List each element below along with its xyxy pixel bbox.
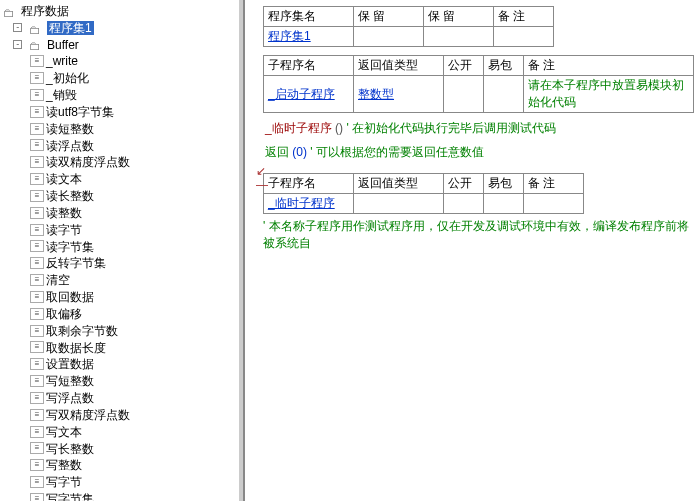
cell-res1[interactable] bbox=[354, 27, 424, 47]
cell-ret[interactable]: 整数型 bbox=[358, 87, 394, 101]
cell-sub2ret[interactable] bbox=[354, 194, 444, 214]
programset-table: 程序集名 保 留 保 留 备 注 程序集1 bbox=[263, 6, 554, 47]
code-line-1: _临时子程序 () ' 在初始化代码执行完毕后调用测试代码 bbox=[265, 119, 694, 137]
cell-sub2note[interactable] bbox=[524, 194, 584, 214]
th-pkg: 易包 bbox=[484, 56, 524, 76]
method-icon bbox=[30, 240, 44, 252]
th-pub: 公开 bbox=[444, 56, 484, 76]
th-sub2pkg: 易包 bbox=[484, 174, 524, 194]
sub-quote: ' 在初始化代码执行完毕后调用测试代码 bbox=[346, 121, 556, 135]
tree-method[interactable]: 清空 bbox=[46, 273, 70, 287]
tree-method[interactable]: 读字节集 bbox=[46, 239, 94, 253]
table-row[interactable]: 程序集1 bbox=[264, 27, 554, 47]
method-icon bbox=[30, 89, 44, 101]
tree-method[interactable]: _销毁 bbox=[46, 88, 77, 102]
tree-method[interactable]: 写字节集 bbox=[46, 492, 94, 501]
tree-method[interactable]: 取回数据 bbox=[46, 290, 94, 304]
th-subname: 子程序名 bbox=[264, 56, 354, 76]
subroutine-table-2: 子程序名 返回值类型 公开 易包 备 注 _临时子程序 bbox=[263, 173, 584, 214]
cell-sub2name[interactable]: _临时子程序 bbox=[268, 196, 335, 210]
method-icon bbox=[30, 409, 44, 421]
code-panel: 程序集名 保 留 保 留 备 注 程序集1 子程序名 返回值类型 公开 易包 备… bbox=[245, 0, 694, 501]
cell-sub2pub[interactable] bbox=[444, 194, 484, 214]
root-label[interactable]: 程序数据 bbox=[21, 4, 69, 18]
table-row[interactable]: _临时子程序 bbox=[264, 194, 584, 214]
sub-parens: () bbox=[335, 121, 343, 135]
tree-panel: 程序数据 - 程序集1 - Buffer _write_初始化_销毁读utf8字… bbox=[0, 0, 245, 501]
tree-method[interactable]: 写长整数 bbox=[46, 441, 94, 455]
method-icon bbox=[30, 207, 44, 219]
method-icon bbox=[30, 139, 44, 151]
tree-method[interactable]: 取剩余字节数 bbox=[46, 324, 118, 338]
th-sub2name: 子程序名 bbox=[264, 174, 354, 194]
method-icon bbox=[30, 224, 44, 236]
root-folder-icon bbox=[2, 5, 16, 17]
table-row[interactable]: _启动子程序 整数型 请在本子程序中放置易模块初始化代码 bbox=[264, 76, 694, 113]
tree-method[interactable]: 取偏移 bbox=[46, 307, 82, 321]
expand-programset[interactable]: - bbox=[13, 23, 22, 32]
method-icon bbox=[30, 190, 44, 202]
cell-pkg[interactable] bbox=[484, 76, 524, 113]
th-sub2ret: 返回值类型 bbox=[354, 174, 444, 194]
th-psname: 程序集名 bbox=[264, 7, 354, 27]
tree-method[interactable]: 读浮点数 bbox=[46, 138, 94, 152]
method-icon bbox=[30, 274, 44, 286]
tree-programset1[interactable]: 程序集1 bbox=[47, 21, 94, 35]
method-icon bbox=[30, 442, 44, 454]
method-icon bbox=[30, 156, 44, 168]
th-ret: 返回值类型 bbox=[354, 56, 444, 76]
tree-method[interactable]: 取数据长度 bbox=[46, 340, 106, 354]
th-sub2pub: 公开 bbox=[444, 174, 484, 194]
expand-buffer[interactable]: - bbox=[13, 40, 22, 49]
method-icon bbox=[30, 459, 44, 471]
cell-psname[interactable]: 程序集1 bbox=[268, 29, 311, 43]
tree-method[interactable]: 设置数据 bbox=[46, 357, 94, 371]
cell-note2[interactable]: 请在本子程序中放置易模块初始化代码 bbox=[524, 76, 694, 113]
method-icon bbox=[30, 426, 44, 438]
method-icon bbox=[30, 106, 44, 118]
method-icon bbox=[30, 55, 44, 67]
tree-method[interactable]: 读短整数 bbox=[46, 122, 94, 136]
return-kw: 返回 bbox=[265, 145, 289, 159]
subroutine-table-1: 子程序名 返回值类型 公开 易包 备 注 _启动子程序 整数型 请在本子程序中放… bbox=[263, 55, 694, 113]
tree-method[interactable]: 读字节 bbox=[46, 223, 82, 237]
tree-method[interactable]: 写整数 bbox=[46, 458, 82, 472]
method-icon bbox=[30, 392, 44, 404]
cell-subname[interactable]: _启动子程序 bbox=[268, 87, 335, 101]
method-icon bbox=[30, 358, 44, 370]
tree-method[interactable]: 写短整数 bbox=[46, 374, 94, 388]
return-val: (0) bbox=[292, 145, 307, 159]
return-note: ' 可以根据您的需要返回任意数值 bbox=[310, 145, 484, 159]
marker-icon: ↙ — bbox=[256, 164, 280, 176]
programset-folder-icon bbox=[28, 22, 42, 34]
buffer-folder-icon bbox=[28, 38, 42, 50]
tree-method[interactable]: 写文本 bbox=[46, 425, 82, 439]
method-icon bbox=[30, 476, 44, 488]
tree-buffer[interactable]: Buffer bbox=[47, 37, 79, 51]
th-note1: 备 注 bbox=[494, 7, 554, 27]
th-res2: 保 留 bbox=[424, 7, 494, 27]
method-icon bbox=[30, 123, 44, 135]
tree-method[interactable]: 读长整数 bbox=[46, 189, 94, 203]
th-note2: 备 注 bbox=[524, 56, 694, 76]
tree-method[interactable]: 写浮点数 bbox=[46, 391, 94, 405]
cell-res2[interactable] bbox=[424, 27, 494, 47]
tree-method[interactable]: 写双精度浮点数 bbox=[46, 408, 130, 422]
method-icon bbox=[30, 173, 44, 185]
tree-method[interactable]: 写字节 bbox=[46, 475, 82, 489]
sub-title: _临时子程序 bbox=[265, 121, 332, 135]
th-res1: 保 留 bbox=[354, 7, 424, 27]
code-line-2: 返回 (0) ' 可以根据您的需要返回任意数值 bbox=[265, 143, 694, 161]
th-sub2note: 备 注 bbox=[524, 174, 584, 194]
cell-note1[interactable] bbox=[494, 27, 554, 47]
tree-method[interactable]: 读双精度浮点数 bbox=[46, 155, 130, 169]
tree-method[interactable]: 反转字节集 bbox=[46, 256, 106, 270]
tree-method[interactable]: _write bbox=[46, 54, 78, 68]
method-icon bbox=[30, 257, 44, 269]
tree-method[interactable]: 读整数 bbox=[46, 206, 82, 220]
tree-method[interactable]: 读文本 bbox=[46, 172, 82, 186]
cell-pub[interactable] bbox=[444, 76, 484, 113]
cell-sub2pkg[interactable] bbox=[484, 194, 524, 214]
tree-method[interactable]: 读utf8字节集 bbox=[46, 105, 114, 119]
tree-method[interactable]: _初始化 bbox=[46, 71, 89, 85]
